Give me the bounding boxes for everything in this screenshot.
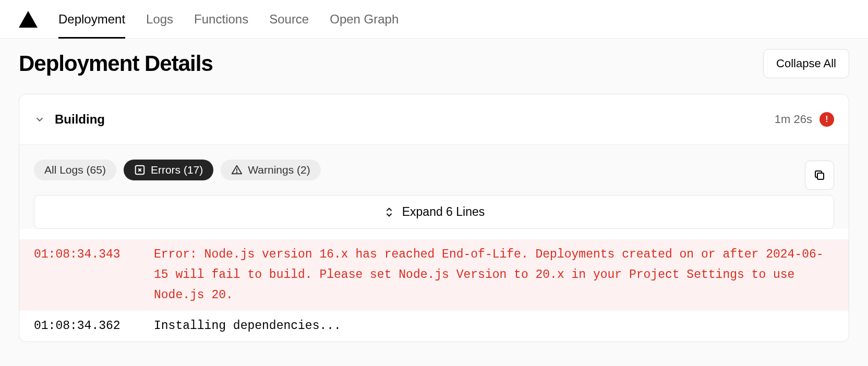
warning-triangle-icon bbox=[231, 164, 243, 176]
error-status-icon: ! bbox=[819, 112, 834, 127]
filter-all-logs-label: All Logs (65) bbox=[44, 164, 106, 176]
tab-open-graph[interactable]: Open Graph bbox=[330, 0, 399, 39]
page-title: Deployment Details bbox=[19, 51, 213, 76]
build-section-title: Building bbox=[55, 112, 105, 127]
filter-errors-label: Errors (17) bbox=[151, 164, 203, 176]
tab-source[interactable]: Source bbox=[269, 0, 309, 39]
chevron-down-icon bbox=[34, 114, 45, 125]
copy-logs-button[interactable] bbox=[805, 161, 834, 190]
expand-collapse-icon bbox=[383, 206, 395, 218]
page-header: Deployment Details Collapse All bbox=[19, 39, 849, 94]
tab-functions[interactable]: Functions bbox=[194, 0, 248, 39]
expand-lines-label: Expand 6 Lines bbox=[402, 205, 485, 219]
tab-logs[interactable]: Logs bbox=[146, 0, 173, 39]
svg-point-4 bbox=[237, 172, 237, 173]
error-box-icon bbox=[134, 164, 146, 176]
copy-icon bbox=[813, 169, 826, 181]
log-timestamp: 01:08:34.343 bbox=[34, 245, 133, 306]
vercel-logo-icon[interactable] bbox=[19, 11, 38, 28]
log-timestamp: 01:08:34.362 bbox=[34, 316, 133, 336]
svg-rect-5 bbox=[817, 173, 824, 179]
collapse-all-button[interactable]: Collapse All bbox=[763, 49, 849, 78]
log-row-error: 01:08:34.343 Error: Node.js version 16.x… bbox=[19, 239, 849, 311]
build-panel: Building 1m 26s ! All Logs (65) Errors (… bbox=[19, 94, 849, 342]
tab-deployment[interactable]: Deployment bbox=[58, 0, 125, 39]
expand-lines-button[interactable]: Expand 6 Lines bbox=[34, 195, 834, 229]
filter-warnings[interactable]: Warnings (2) bbox=[221, 160, 320, 180]
log-message: Error: Node.js version 16.x has reached … bbox=[154, 245, 834, 306]
build-duration: 1m 26s bbox=[775, 113, 812, 126]
log-message: Installing dependencies... bbox=[154, 316, 834, 336]
build-panel-header[interactable]: Building 1m 26s ! bbox=[19, 94, 849, 145]
filter-warnings-label: Warnings (2) bbox=[248, 164, 310, 176]
filter-errors[interactable]: Errors (17) bbox=[124, 160, 213, 180]
filter-all-logs[interactable]: All Logs (65) bbox=[34, 160, 116, 180]
log-row: 01:08:34.362 Installing dependencies... bbox=[19, 311, 849, 341]
log-filter-row: All Logs (65) Errors (17) bbox=[19, 145, 849, 185]
top-nav: Deployment Logs Functions Source Open Gr… bbox=[0, 0, 868, 39]
